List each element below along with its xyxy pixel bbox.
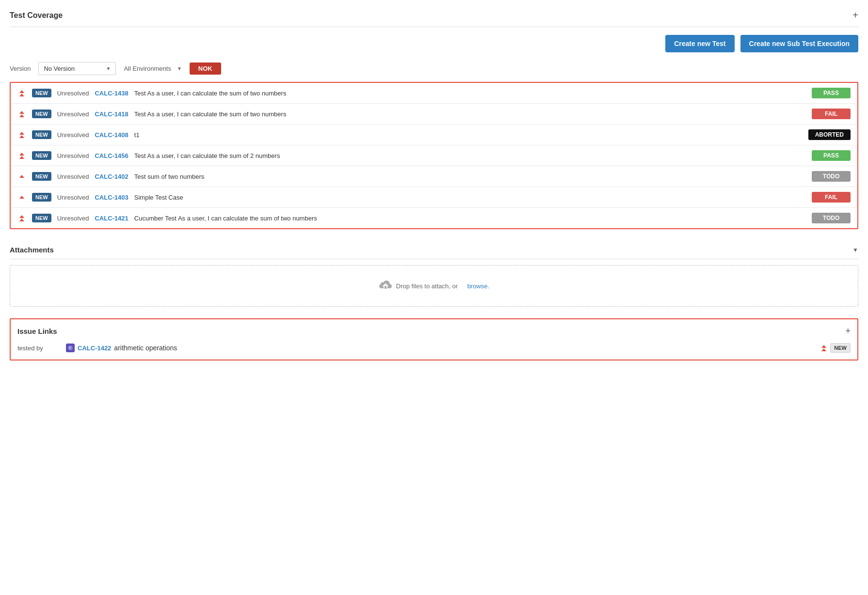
priority-icon <box>17 130 26 139</box>
new-badge: NEW <box>32 214 51 222</box>
double-chevron-up-icon <box>19 153 24 159</box>
status-text: Unresolved <box>57 90 89 97</box>
test-row: NEWUnresolvedCALC-1421Cucumber Test As a… <box>11 208 857 228</box>
priority-icon <box>17 110 26 118</box>
browse-link[interactable]: browse. <box>467 282 490 290</box>
double-chevron-up-icon <box>19 132 24 138</box>
new-badge: NEW <box>32 172 51 181</box>
new-badge: NEW <box>32 193 51 202</box>
priority-double-chevron-icon <box>821 345 826 351</box>
result-badge: TODO <box>812 213 851 223</box>
single-chevron-up-icon <box>19 175 24 178</box>
test-description: Test sum of two numbers <box>134 173 806 180</box>
svg-text:T: T <box>69 346 71 350</box>
test-row: NEWUnresolvedCALC-1408t1ABORTED <box>11 125 857 145</box>
test-row: NEWUnresolvedCALC-1418Test As a user, I … <box>11 104 857 125</box>
cloud-upload-icon <box>379 279 392 293</box>
issue-link[interactable]: CALC-1408 <box>95 131 128 139</box>
status-text: Unresolved <box>57 215 89 222</box>
issue-links-section: Issue Links + tested by T CALC-1422 arit… <box>10 318 858 360</box>
nok-status-badge: NOK <box>190 63 221 75</box>
issue-link-row-right: NEW <box>821 343 851 353</box>
issue-link-info: T CALC-1422 arithmetic operations <box>66 344 812 352</box>
single-chevron-up-icon <box>19 196 24 199</box>
result-badge: TODO <box>812 171 851 182</box>
issue-link[interactable]: CALC-1456 <box>95 152 128 159</box>
attachments-collapse-button[interactable]: ▼ <box>852 247 858 253</box>
issue-links-header: Issue Links + <box>17 326 851 336</box>
priority-icon <box>17 193 26 202</box>
status-text: Unresolved <box>57 173 89 180</box>
test-description: Test As a user, I can calculate the sum … <box>134 152 806 159</box>
test-row: NEWUnresolvedCALC-1402Test sum of two nu… <box>11 166 857 187</box>
svg-rect-0 <box>385 286 386 289</box>
version-dropdown-arrow: ▼ <box>106 66 111 71</box>
issue-link[interactable]: CALC-1418 <box>95 110 128 118</box>
version-dropdown[interactable]: No Version ▼ <box>38 62 116 75</box>
new-badge: NEW <box>32 89 51 97</box>
issue-link[interactable]: CALC-1421 <box>95 215 128 222</box>
result-badge: ABORTED <box>808 129 851 140</box>
filter-row: Version No Version ▼ All Environments ▼ … <box>10 62 858 75</box>
buttons-row: Create new Test Create new Sub Test Exec… <box>10 35 858 52</box>
attachments-section: Attachments ▼ Drop files to attach, or b… <box>10 241 858 307</box>
page-header: Test Coverage + <box>10 10 858 27</box>
relation-label: tested by <box>17 344 56 352</box>
attachments-title: Attachments <box>10 246 54 254</box>
test-row: NEWUnresolvedCALC-1438Test As a user, I … <box>11 83 857 104</box>
test-description: Cucumber Test As a user, I can calculate… <box>134 215 806 222</box>
issue-link[interactable]: CALC-1438 <box>95 90 128 97</box>
priority-icon <box>17 151 26 160</box>
attachments-header: Attachments ▼ <box>10 241 858 259</box>
drop-zone[interactable]: Drop files to attach, or browse. <box>10 265 858 307</box>
env-dropdown[interactable]: All Environments ▼ <box>124 65 181 72</box>
create-test-button[interactable]: Create new Test <box>665 35 734 52</box>
result-badge: PASS <box>812 150 851 161</box>
issue-link-row: tested by T CALC-1422 arithmetic operati… <box>17 343 851 353</box>
env-label: All Environments <box>124 65 171 72</box>
double-chevron-up-icon <box>19 215 24 221</box>
create-sub-test-button[interactable]: Create new Sub Test Execution <box>740 35 858 52</box>
new-badge: NEW <box>32 130 51 139</box>
test-description: Test As a user, I can calculate the sum … <box>134 110 806 118</box>
result-badge: PASS <box>812 88 851 98</box>
priority-icon <box>17 214 26 222</box>
issue-links-plus-button[interactable]: + <box>845 326 851 336</box>
status-text: Unresolved <box>57 194 89 201</box>
double-chevron-up-icon <box>19 90 24 96</box>
issue-type-icon: T <box>66 344 75 352</box>
priority-icon <box>17 89 26 97</box>
priority-icon <box>17 172 26 181</box>
test-description: t1 <box>134 131 803 139</box>
test-description: Simple Test Case <box>134 194 806 201</box>
test-coverage-table: NEWUnresolvedCALC-1438Test As a user, I … <box>10 82 858 229</box>
test-description: Test As a user, I can calculate the sum … <box>134 90 806 97</box>
status-text: Unresolved <box>57 110 89 118</box>
drop-text: Drop files to attach, or <box>396 282 458 290</box>
double-chevron-up-icon <box>19 111 24 117</box>
env-dropdown-arrow: ▼ <box>177 66 182 71</box>
issue-link-ref[interactable]: CALC-1422 <box>78 344 111 352</box>
header-plus-button[interactable]: + <box>852 10 858 21</box>
new-badge-gray: NEW <box>830 343 851 353</box>
issue-link[interactable]: CALC-1403 <box>95 194 128 201</box>
result-badge: FAIL <box>812 192 851 203</box>
result-badge: FAIL <box>812 109 851 119</box>
version-label: Version <box>10 65 31 72</box>
new-badge: NEW <box>32 110 51 118</box>
page-title: Test Coverage <box>10 11 63 20</box>
issue-link[interactable]: CALC-1402 <box>95 173 128 180</box>
status-text: Unresolved <box>57 131 89 139</box>
test-row: NEWUnresolvedCALC-1403Simple Test CaseFA… <box>11 187 857 208</box>
new-badge: NEW <box>32 151 51 160</box>
issue-links-title: Issue Links <box>17 327 57 335</box>
status-text: Unresolved <box>57 152 89 159</box>
version-value: No Version <box>44 65 75 72</box>
test-row: NEWUnresolvedCALC-1456Test As a user, I … <box>11 145 857 166</box>
issue-description: arithmetic operations <box>114 344 177 352</box>
